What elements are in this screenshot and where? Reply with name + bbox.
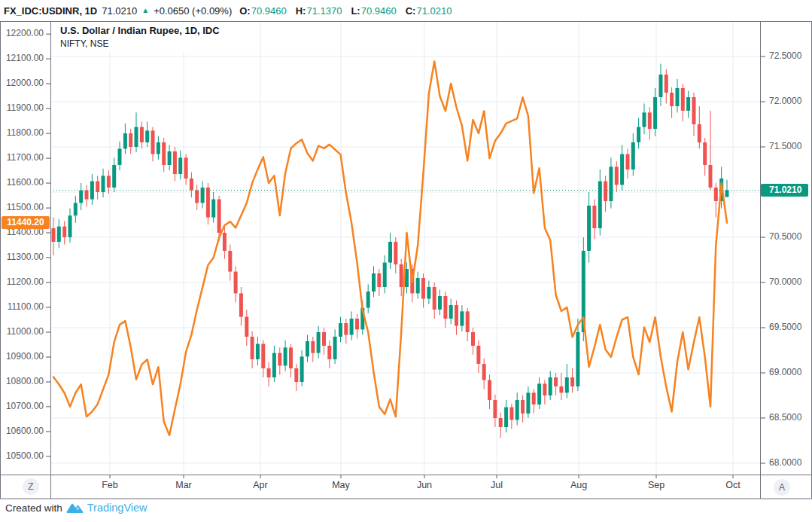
left-axis-tick-label: 10900.00	[0, 351, 44, 362]
time-axis-month-label: May	[324, 480, 357, 490]
right-axis-tick-label: 72.5000	[769, 50, 801, 61]
left-axis-tick-label: 11500.00	[0, 202, 44, 212]
time-axis-month-label: Jun	[408, 480, 441, 490]
time-axis-month-label: Sep	[640, 480, 673, 490]
time-axis-month-label: Jul	[480, 480, 513, 490]
time-axis-month-label: Apr	[244, 480, 277, 490]
right-axis-tick-label: 68.0000	[769, 457, 801, 468]
right-axis-tick-label: 72.0000	[769, 96, 801, 106]
bottom-left-z-button[interactable]: Z	[23, 478, 39, 495]
bottom-right-a-button[interactable]: A	[774, 479, 790, 496]
right-axis-tick-label: 68.5000	[769, 412, 801, 423]
time-axis-month-label: Feb	[93, 480, 126, 490]
left-axis-tick-label: 11800.00	[0, 127, 44, 138]
left-axis-tick-label: 11900.00	[0, 102, 44, 113]
left-axis-tick-label: 10800.00	[0, 376, 44, 386]
time-axis-month-label: Mar	[167, 480, 200, 490]
right-axis-tick-label: 70.5000	[769, 231, 801, 242]
left-axis-tick-label: 11700.00	[0, 152, 44, 163]
left-axis-tick-label: 11100.00	[0, 301, 44, 312]
left-axis-tick-label: 12200.00	[0, 28, 44, 38]
usdinr-last-price-label: 71.0210	[761, 184, 808, 197]
left-axis-tick-label: 11000.00	[0, 326, 44, 337]
tradingview-logo-icon[interactable]	[66, 502, 84, 514]
right-axis-tick-label: 69.5000	[769, 322, 801, 332]
left-axis-tick-label: 11200.00	[0, 276, 44, 287]
left-axis-tick-label: 12100.00	[0, 53, 44, 63]
left-axis-tick-label: 11600.00	[0, 177, 44, 188]
legend-main-series-title[interactable]: U.S. Dollar / Indian Rupee, 1D, IDC	[60, 25, 220, 37]
legend-overlay-series-title[interactable]: NIFTY, NSE	[60, 38, 220, 50]
left-axis-tick-label: 10600.00	[0, 426, 44, 436]
tradingview-chart: FX_IDC:USDINR, 1D 71.0210 ▲ +0.0650 (+0.…	[0, 0, 812, 522]
chart-legend[interactable]: U.S. Dollar / Indian Rupee, 1D, IDC NIFT…	[59, 24, 223, 51]
time-axis-month-label: Aug	[562, 480, 595, 490]
created-with-text: Created with	[5, 502, 62, 514]
right-axis-tick-label: 71.5000	[769, 141, 801, 151]
time-axis-month-label: Oct	[716, 480, 750, 490]
left-axis-tick-label: 10500.00	[0, 450, 44, 461]
left-axis-tick-label: 11300.00	[0, 252, 44, 262]
tradingview-brand-link[interactable]: TradingView	[87, 502, 147, 514]
left-axis-tick-label: 10700.00	[0, 401, 44, 411]
left-axis-tick-label: 12000.00	[0, 78, 44, 88]
right-axis-tick-label: 69.0000	[769, 367, 801, 377]
chart-canvas[interactable]	[0, 0, 812, 522]
attribution-bar: Created with TradingView	[5, 502, 147, 514]
nifty-last-price-label: 11440.20	[2, 216, 50, 229]
right-axis-tick-label: 70.0000	[769, 276, 801, 287]
